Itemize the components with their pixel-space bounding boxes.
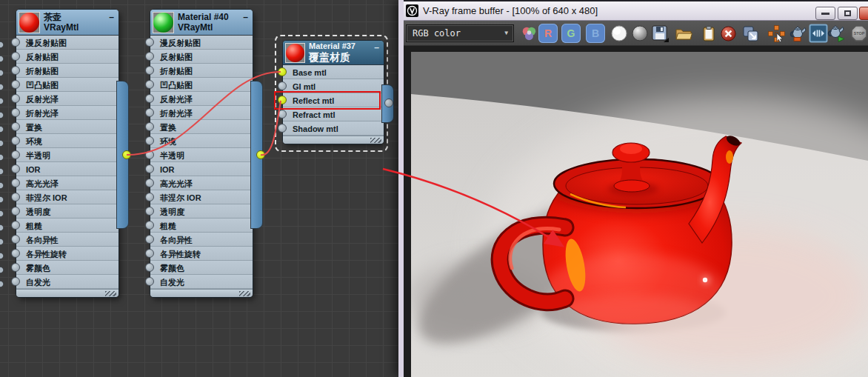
input-slot[interactable]: 高光光泽 — [16, 176, 118, 190]
input-slot-shadow-mtl[interactable]: Shadow mtl — [283, 121, 384, 136]
input-slot-reflect-mtl[interactable]: Reflect mtl — [283, 93, 384, 107]
input-connector-icon[interactable] — [11, 164, 20, 173]
input-slot[interactable]: 反射光泽 — [150, 92, 253, 106]
input-slot[interactable]: 各向异性 — [150, 233, 253, 247]
resize-grip-icon[interactable] — [370, 138, 381, 143]
collapse-node-button[interactable]: – — [374, 44, 379, 51]
node-header[interactable]: 茶壶 VRayMtl – — [16, 10, 118, 36]
input-slot[interactable]: 粗糙 — [16, 218, 118, 233]
input-connector-icon[interactable] — [145, 235, 154, 244]
input-slot[interactable]: 自发光 — [150, 275, 253, 289]
input-connector-icon[interactable] — [11, 80, 20, 89]
input-connector-icon[interactable] — [145, 277, 154, 286]
input-connector-icon[interactable] — [11, 193, 20, 201]
input-slot[interactable]: 折射贴图 — [16, 64, 118, 78]
node-resize-footer[interactable] — [150, 289, 253, 297]
input-connector-icon[interactable] — [11, 150, 20, 159]
input-connector-icon[interactable] — [11, 38, 20, 47]
input-connector-icon[interactable] — [145, 94, 154, 103]
input-connector-icon[interactable] — [145, 66, 154, 75]
input-connector-icon[interactable] — [145, 164, 154, 173]
input-slot[interactable]: 漫反射贴图 — [150, 36, 253, 50]
input-slot[interactable]: 凹凸贴图 — [150, 78, 253, 92]
duplicate-to-host-icon[interactable] — [741, 24, 760, 43]
input-slot[interactable]: 折射光泽 — [16, 106, 118, 120]
input-slot[interactable]: 菲涅尔 IOR — [16, 190, 118, 204]
input-slot[interactable]: 雾颜色 — [16, 261, 118, 275]
resize-grip-icon[interactable] — [239, 291, 250, 296]
input-connector-icon[interactable] — [11, 122, 20, 131]
input-connector-icon[interactable] — [145, 193, 154, 201]
copy-to-clipboard-icon[interactable] — [699, 24, 718, 43]
minimize-button[interactable] — [815, 7, 835, 20]
input-connector-icon[interactable] — [278, 124, 287, 133]
input-slot[interactable]: 折射贴图 — [150, 64, 253, 78]
save-image-icon[interactable] — [650, 24, 670, 43]
input-slot[interactable]: 环境 — [150, 134, 253, 148]
output-connector-icon[interactable] — [256, 150, 265, 159]
input-connector-icon[interactable] — [11, 108, 20, 117]
render-last-icon[interactable] — [827, 24, 846, 43]
input-connector-icon[interactable] — [11, 94, 20, 103]
stop-render-icon[interactable]: STOP — [849, 24, 868, 43]
node-header[interactable]: Material #37 覆盖材质 – — [283, 41, 384, 65]
input-slot[interactable]: 折射光泽 — [150, 106, 253, 120]
grayscale-icon[interactable] — [630, 24, 650, 43]
input-connector-icon[interactable] — [145, 263, 154, 272]
material-node-40[interactable]: Material #40 VRayMtl – 漫反射贴图 反射贴图 折射贴图 凹… — [150, 10, 253, 297]
input-connector-icon[interactable] — [11, 235, 20, 244]
open-image-icon[interactable] — [674, 24, 693, 43]
input-slot-gi-mtl[interactable]: GI mtl — [283, 79, 384, 93]
input-slot-base-mtl[interactable]: Base mtl — [283, 65, 384, 79]
input-connector-icon[interactable] — [145, 80, 154, 89]
input-connector-icon[interactable] — [145, 249, 154, 258]
input-slot[interactable]: 半透明 — [16, 148, 118, 162]
input-slot[interactable]: 各异性旋转 — [16, 247, 118, 261]
input-slot[interactable]: 透明度 — [16, 204, 118, 218]
input-connector-icon[interactable] — [11, 136, 20, 145]
input-slot[interactable]: 粗糙 — [150, 218, 253, 233]
input-connector-icon[interactable] — [145, 221, 154, 230]
input-connector-icon[interactable] — [11, 263, 20, 272]
window-titlebar[interactable]: V-Ray frame buffer - [100% of 640 x 480] — [404, 0, 868, 21]
input-connector-icon[interactable] — [11, 179, 20, 187]
input-connector-icon[interactable] — [145, 38, 154, 47]
red-channel-button[interactable]: R — [538, 24, 558, 43]
input-connector-icon[interactable] — [278, 67, 287, 76]
input-slot[interactable]: 雾颜色 — [150, 261, 253, 275]
input-connector-icon[interactable] — [11, 277, 20, 286]
node-header[interactable]: Material #40 VRayMtl – — [150, 10, 253, 36]
maximize-button[interactable] — [838, 7, 858, 20]
material-node-teapot[interactable]: 茶壶 VRayMtl – 漫反射贴图 反射贴图 折射贴图 凹凸贴图 反射光泽 折… — [16, 10, 118, 297]
input-slot-refract-mtl[interactable]: Refract mtl — [283, 107, 384, 121]
input-connector-icon[interactable] — [145, 179, 154, 187]
input-connector-icon[interactable] — [145, 150, 154, 159]
clear-image-icon[interactable] — [718, 24, 738, 43]
input-slot[interactable]: 漫反射贴图 — [16, 36, 118, 50]
input-connector-icon[interactable] — [145, 207, 154, 216]
input-slot[interactable]: 环境 — [16, 134, 118, 148]
input-slot[interactable]: 凹凸贴图 — [16, 78, 118, 92]
input-connector-icon[interactable] — [145, 136, 154, 145]
input-slot[interactable]: 各向异性 — [16, 233, 118, 247]
collapse-node-button[interactable]: – — [109, 13, 114, 21]
input-slot[interactable]: 透明度 — [150, 204, 253, 218]
input-connector-icon[interactable] — [11, 207, 20, 216]
input-connector-icon[interactable] — [278, 96, 287, 104]
input-slot[interactable]: IOR — [150, 162, 253, 176]
node-resize-footer[interactable] — [283, 136, 384, 144]
input-slot[interactable]: 置换 — [16, 120, 118, 134]
channel-dropdown[interactable]: RGB color ▼ — [406, 24, 514, 42]
compare-ab-icon[interactable] — [809, 24, 828, 43]
color-wheel-icon[interactable] — [519, 24, 538, 43]
input-connector-icon[interactable] — [145, 52, 154, 61]
input-connector-icon[interactable] — [278, 110, 287, 119]
input-connector-icon[interactable] — [11, 66, 20, 75]
input-connector-icon[interactable] — [278, 81, 287, 90]
render-region-icon[interactable] — [788, 24, 807, 43]
input-connector-icon[interactable] — [11, 52, 20, 61]
input-slot[interactable]: 各异性旋转 — [150, 247, 253, 261]
input-slot[interactable]: 置换 — [150, 120, 253, 134]
input-slot[interactable]: 菲涅尔 IOR — [150, 190, 253, 204]
white-balance-icon[interactable] — [610, 24, 629, 43]
